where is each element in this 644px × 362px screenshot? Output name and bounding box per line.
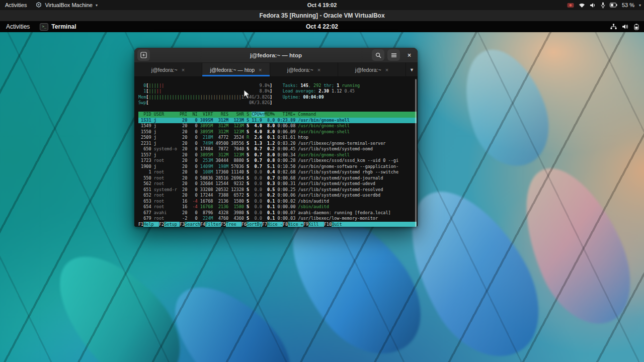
host-top-bar: Activities VirtualBox Machine ▾ Oct 4 19…	[0, 0, 644, 10]
terminal-tab-1[interactable]: j@fedora:~ — htop×	[202, 63, 270, 76]
process-row-650[interactable]: 650 systemd-o 20 0 17404 7872 7040 S 0.7…	[138, 146, 417, 152]
close-icon: ×	[408, 52, 411, 59]
tab-label: j@fedora:~	[287, 67, 313, 73]
process-row-653[interactable]: 653 root 16 -4 16768 2136 1580 S 0.0 0.1…	[138, 199, 417, 205]
vm-menu-label: VirtualBox Machine	[45, 2, 93, 8]
microphone-icon	[601, 2, 605, 8]
tab-label: j@fedora:~	[355, 67, 381, 73]
host-activities-button[interactable]: Activities	[5, 2, 27, 8]
process-row-1[interactable]: 1 root 20 0 108M 17360 11140 S 0.0 0.4 0…	[138, 169, 417, 175]
fnkey-F6[interactable]: F6SortBy	[242, 222, 262, 227]
search-icon	[375, 52, 381, 58]
process-row-652[interactable]: 652 root 20 0 17244 7388 6572 S 0.0 0.2 …	[138, 193, 417, 199]
process-row-1531[interactable]: 1531 j 20 0 3895M 312M 123M S 11.9 8.0 0…	[138, 118, 417, 124]
process-row-654[interactable]: 654 root 16 -4 16768 2136 1580 S 0.0 0.1…	[138, 204, 417, 210]
chevron-down-icon: ▾	[96, 3, 98, 8]
terminal-tab-0[interactable]: j@fedora:~×	[134, 63, 202, 76]
function-bar-filler	[347, 222, 417, 227]
process-row-1550[interactable]: 1550 j 20 0 3895M 312M 123M S 4.0 8.0 0:…	[138, 129, 417, 135]
htop-function-bar: F1Help F2Setup F3SearchF4FilterF5Tree F6…	[138, 222, 417, 227]
guest-top-bar: Activities >_ Terminal Oct 4 22:02	[0, 21, 644, 32]
terminal-scrollbar[interactable]	[415, 79, 417, 227]
tab-bar-tabs: j@fedora:~×j@fedora:~ — htop×j@fedora:~×…	[134, 63, 406, 76]
htop-meter: Swp[ 0K/3.82G]	[138, 100, 417, 106]
tab-close-icon[interactable]: ×	[385, 67, 388, 73]
fnkey-F1[interactable]: F1Help	[138, 222, 159, 227]
vm-indicator-menu[interactable]: VirtualBox Machine ▾	[36, 2, 98, 8]
fnkey-F9[interactable]: F9Kill	[303, 222, 324, 227]
htop-meter: Mem[||||||||||||||||||||||||||||||||||||…	[138, 95, 417, 101]
terminal-headerbar[interactable]: j@fedora:~ — htop ×	[134, 48, 418, 63]
hamburger-menu-icon	[391, 53, 397, 58]
menu-button[interactable]	[387, 49, 400, 61]
virtualbox-window-title: Fedora 35 [Running] - Oracle VM VirtualB…	[259, 12, 384, 19]
process-row-677[interactable]: 677 avahi 20 0 8796 4328 3980 S 0.0 0.1 …	[138, 210, 417, 216]
tab-close-icon[interactable]: ×	[182, 67, 185, 73]
terminal-window: j@fedora:~ — htop ×	[134, 48, 418, 227]
process-row-1723[interactable]: 1723 root 20 0 253M 30444 8880 S 0.7 0.8…	[138, 158, 417, 164]
process-row-550[interactable]: 550 root 20 0 50836 28516 26964 S 0.0 0.…	[138, 175, 417, 182]
chevron-down-icon: ▾	[639, 3, 641, 8]
search-button[interactable]	[372, 49, 384, 61]
guest-clock[interactable]: Oct 4 22:02	[0, 23, 644, 30]
host-system-tray[interactable]: 53 % ▾	[567, 0, 641, 10]
fnkey-F7[interactable]: F7Nice -	[262, 222, 283, 227]
virtualbox-titlebar[interactable]: Fedora 35 [Running] - Oracle VM VirtualB…	[0, 10, 644, 22]
htop-meter: 1[||||| 8.8%] Load average: 2.30 1.12 0.…	[138, 88, 417, 95]
htop-column-headers[interactable]: PID USER PRI NI VIRT RES SHR S CPU%▽MEM%…	[138, 112, 417, 118]
terminal-tab-2[interactable]: j@fedora:~×	[270, 63, 338, 76]
guest-system-tray[interactable]	[610, 21, 639, 32]
focused-app-name: Terminal	[51, 23, 76, 30]
wifi-icon	[579, 3, 585, 8]
tab-close-icon[interactable]: ×	[259, 67, 262, 73]
fnkey-F5[interactable]: F5Tree	[221, 222, 242, 227]
terminal-tab-3[interactable]: j@fedora:~×	[338, 63, 406, 76]
terminal-app-icon: >_	[40, 23, 48, 31]
virtualbox-machine-icon	[36, 2, 42, 8]
terminal-line	[138, 106, 417, 112]
process-row-1549[interactable]: 1549 j 20 0 3895M 312M 123M S 4.0 8.0 0:…	[138, 123, 417, 129]
battery-percent-label: 53 %	[622, 2, 634, 8]
battery-icon	[634, 24, 639, 30]
terminal-tab-bar: j@fedora:~×j@fedora:~ — htop×j@fedora:~×…	[134, 63, 418, 77]
new-tab-icon	[140, 52, 147, 58]
focused-app-menu[interactable]: >_ Terminal	[40, 23, 76, 31]
fnkey-F10[interactable]: F10Quit	[324, 222, 347, 227]
htop-output: 0[|||||| 9.8%] Tasks: 145, 292 thr; 1 ru…	[138, 77, 418, 227]
tab-close-icon[interactable]: ×	[317, 67, 320, 73]
process-row-679[interactable]: 679 root -2 0 224M 4760 4360 S 0.0 0.1 0…	[138, 216, 417, 222]
process-row-1900[interactable]: 1900 j 20 0 1409M 198M 57036 S 0.7 5.1 0…	[138, 164, 417, 170]
process-row-562[interactable]: 562 root 20 0 32604 12544 9232 S 0.0 0.3…	[138, 181, 417, 187]
process-row-2509[interactable]: 2509 j 20 0 218M 4772 3524 R 2.6 0.1 0:0…	[138, 135, 417, 141]
tab-label: j@fedora:~	[151, 67, 178, 73]
process-row-2231[interactable]: 2231 j 20 0 749M 49500 38556 S 1.3 1.2 0…	[138, 141, 417, 147]
terminal-content[interactable]: 0[|||||| 9.8%] Tasks: 145, 292 thr; 1 ru…	[134, 77, 418, 227]
tab-label: j@fedora:~ — htop	[210, 67, 255, 73]
wired-network-icon	[610, 24, 617, 30]
screencast-recording-icon	[567, 3, 574, 8]
guest-display: Activities >_ Terminal Oct 4 22:02	[0, 21, 644, 362]
process-row-1557[interactable]: 1557 j 20 0 3895M 312M 123M S 0.7 8.0 0:…	[138, 152, 417, 158]
terminal-line	[138, 77, 417, 83]
htop-meter: 0[|||||| 9.8%] Tasks: 145, 292 thr; 1 ru…	[138, 83, 417, 89]
tab-list-dropdown-button[interactable]: ▼	[406, 63, 418, 76]
fnkey-F8[interactable]: F8Nice +	[283, 222, 303, 227]
volume-icon	[590, 3, 596, 8]
chevron-down-icon: ▼	[410, 67, 414, 72]
mouse-cursor	[244, 89, 251, 99]
new-tab-button[interactable]	[137, 49, 150, 61]
close-window-button[interactable]: ×	[403, 49, 416, 61]
fnkey-F2[interactable]: F2Setup	[159, 222, 180, 227]
fnkey-F3[interactable]: F3Search	[180, 222, 200, 227]
guest-activities-button[interactable]: Activities	[6, 23, 30, 30]
screen: Activities VirtualBox Machine ▾ Oct 4 19…	[0, 0, 644, 362]
process-row-651[interactable]: 651 systemd-r 20 0 33208 20532 12328 S 0…	[138, 187, 417, 193]
volume-icon	[622, 24, 629, 30]
fnkey-F4[interactable]: F4Filter	[200, 222, 221, 227]
battery-icon	[610, 3, 617, 8]
